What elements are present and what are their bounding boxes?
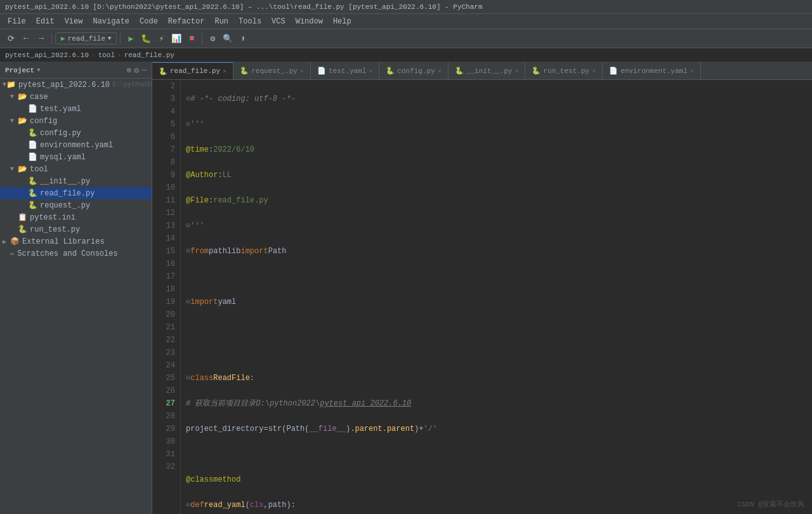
tab-read-file[interactable]: 🐍 read_file.py ✕ <box>152 62 233 79</box>
tree-item-scratches[interactable]: ✏ Scratches and Consoles <box>0 247 152 260</box>
line-num: 3 <box>157 93 175 105</box>
code-line-4: @time : 2022/6/10 <box>186 143 807 156</box>
folder-icon: 📂 <box>18 92 27 102</box>
tree-item-case[interactable]: ▼ 📂 case <box>0 91 152 103</box>
tree-label: mysql.yaml <box>40 153 86 162</box>
tab-close-icon[interactable]: ✕ <box>690 67 694 75</box>
search-btn[interactable]: 🔍 <box>221 32 235 46</box>
tree-arrow: ▼ <box>10 166 18 173</box>
scratches-icon: ✏ <box>10 249 15 258</box>
tree-item-init-py[interactable]: 🐍 __init__.py <box>0 175 152 187</box>
tree-label: pytest.ini <box>30 213 75 222</box>
add-icon[interactable]: ⊕ <box>127 65 132 76</box>
line-num: 27 <box>157 397 175 410</box>
breadcrumb-file[interactable]: read_file.py <box>124 51 174 59</box>
tree-label: tool <box>30 165 48 174</box>
menu-help[interactable]: Help <box>328 16 357 27</box>
menu-view[interactable]: View <box>60 16 88 27</box>
tree-item-tool[interactable]: ▼ 📂 tool <box>0 163 152 175</box>
code-line-11 <box>186 321 807 334</box>
stop-btn[interactable]: ■ <box>185 32 199 46</box>
coverage-btn[interactable]: ⚡ <box>154 32 168 46</box>
code-line-17: @classmethod <box>186 473 807 486</box>
settings-btn[interactable]: ⚙ <box>206 32 219 46</box>
menu-navigate[interactable]: Navigate <box>88 16 134 27</box>
code-line-13: ⊖class ReadFile: <box>186 372 807 385</box>
tab-close-icon[interactable]: ✕ <box>592 67 596 75</box>
line-num: 11 <box>157 194 175 207</box>
tab-label: read_file.py <box>170 67 220 75</box>
tab-close-icon[interactable]: ✕ <box>369 67 372 75</box>
line-num: 12 <box>157 207 175 220</box>
tab-close-icon[interactable]: ✕ <box>300 67 304 75</box>
tab-config-py[interactable]: 🐍 config.py ✕ <box>379 62 448 79</box>
back-btn[interactable]: ← <box>19 32 33 46</box>
tree-item-test-yaml[interactable]: 📄 test.yaml <box>0 103 152 115</box>
breadcrumb-sep-2: › <box>117 51 122 59</box>
breadcrumb-project[interactable]: pytest_api_2022.6.10 <box>5 51 89 59</box>
tab-close-icon[interactable]: ✕ <box>438 67 442 75</box>
menu-file[interactable]: File <box>3 16 31 27</box>
menu-tools[interactable]: Tools <box>233 16 266 27</box>
line-num: 6 <box>157 131 175 143</box>
code-line-3: ⊖''' <box>186 118 807 131</box>
folder-icon: 📂 <box>18 164 27 174</box>
tab-close-icon[interactable]: ✕ <box>514 67 518 75</box>
debug-btn[interactable]: 🐛 <box>139 32 153 46</box>
menu-refactor[interactable]: Refactor <box>163 16 210 27</box>
run-btn[interactable]: ▶ <box>124 32 138 46</box>
run-config-selector[interactable]: ▶ read_file ▼ <box>55 32 117 44</box>
tree-item-environment-yaml[interactable]: 📄 environment.yaml <box>0 139 152 151</box>
tree-item-mysql-yaml[interactable]: 📄 mysql.yaml <box>0 151 152 163</box>
menu-code[interactable]: Code <box>134 16 163 27</box>
tree-item-project-root[interactable]: ▼ 📁 pytest_api_2022.6.10 D:\python2022\p… <box>0 79 152 91</box>
tree-label: config.py <box>40 129 81 138</box>
profile-btn[interactable]: 📊 <box>169 32 183 46</box>
tree-item-external-libs[interactable]: ▶ 📦 External Libraries <box>0 235 152 247</box>
tree-item-read-file[interactable]: 🐍 read_file.py <box>0 187 152 199</box>
yaml-icon: 📄 <box>28 140 37 150</box>
yaml-icon: 📄 <box>28 152 37 162</box>
menu-run[interactable]: Run <box>209 16 233 27</box>
tab-request[interactable]: 🐍 request_.py ✕ <box>233 62 311 79</box>
code-line-16 <box>186 448 807 461</box>
sidebar-actions: ⊕ ⚙ — <box>127 65 147 76</box>
tab-run-test[interactable]: 🐍 run_test.py ✕ <box>525 62 603 79</box>
run-config-icon: ▶ <box>61 34 65 43</box>
menu-window[interactable]: Window <box>291 16 328 27</box>
tree-spacer <box>20 142 28 148</box>
tree-item-config[interactable]: ▼ 📂 config <box>0 115 152 127</box>
collapse-icon[interactable]: — <box>141 65 147 76</box>
code-editor[interactable]: 2 3 4 5 6 7 8 9 10 11 12 13 14 15 16 17 … <box>152 80 812 514</box>
folder-icon: 📂 <box>18 116 27 126</box>
tab-init-py[interactable]: 🐍 __init__.py ✕ <box>449 62 526 79</box>
toolbar-sep-1 <box>51 33 52 44</box>
tab-label: run_test.py <box>543 67 589 75</box>
tree-item-request-py[interactable]: 🐍 request_.py <box>0 199 152 211</box>
breadcrumb-tool[interactable]: tool <box>98 51 115 59</box>
tab-close-icon[interactable]: ✕ <box>223 67 226 75</box>
tree-item-run-test-py[interactable]: 🐍 run_test.py <box>0 223 152 235</box>
vcs-btn[interactable]: ⬆ <box>236 32 250 46</box>
menu-bar: File Edit View Navigate Code Refactor Ru… <box>0 14 812 29</box>
yaml-icon: 📄 <box>28 104 37 114</box>
toolbar-sep-2 <box>120 33 121 44</box>
tab-test-yaml[interactable]: 📄 test.yaml ✕ <box>311 62 379 79</box>
sync-btn[interactable]: ⟳ <box>4 32 18 46</box>
menu-edit[interactable]: Edit <box>31 16 60 27</box>
code-content[interactable]: ⊖# -*- coding: utf-8 -*- ⊖''' @time : 20… <box>181 80 812 514</box>
line-num: 10 <box>157 181 175 194</box>
line-num: 21 <box>157 321 175 334</box>
tree-spacer <box>3 250 10 257</box>
editor-area: 🐍 read_file.py ✕ 🐍 request_.py ✕ 📄 test.… <box>152 62 812 514</box>
line-num: 13 <box>157 220 175 232</box>
code-line-9 <box>186 270 807 283</box>
tab-environment[interactable]: 📄 environment.yaml ✕ <box>603 62 701 79</box>
menu-vcs[interactable]: VCS <box>266 16 291 27</box>
tree-item-config-py[interactable]: 🐍 config.py <box>0 127 152 139</box>
code-line-12 <box>186 346 807 359</box>
tree-spacer <box>20 202 28 209</box>
settings-icon[interactable]: ⚙ <box>134 65 139 76</box>
tree-item-pytest-ini[interactable]: 📋 pytest.ini <box>0 211 152 223</box>
forward-btn[interactable]: → <box>34 32 48 46</box>
